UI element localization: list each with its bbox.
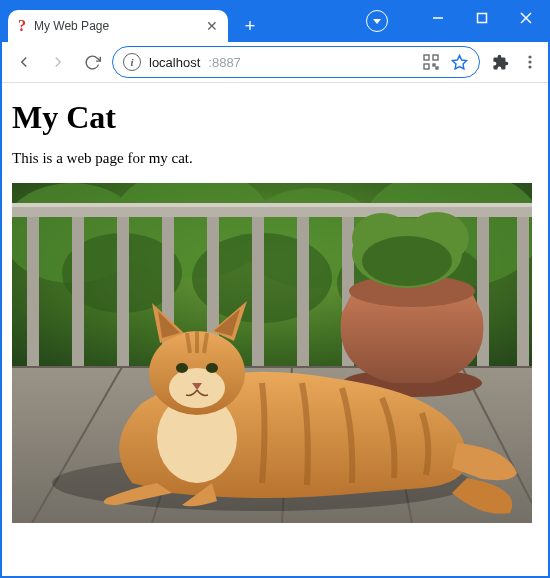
svg-rect-22	[12, 203, 532, 207]
svg-point-11	[528, 60, 531, 63]
svg-rect-6	[424, 64, 429, 69]
browser-window: ? My Web Page ✕ + i	[0, 0, 550, 578]
svg-rect-7	[433, 64, 435, 66]
cat-photo	[12, 183, 532, 523]
svg-marker-9	[452, 55, 466, 68]
maximize-button[interactable]	[460, 2, 504, 34]
page-content: My Cat This is a web page for my cat.	[2, 83, 548, 576]
url-host: localhost	[149, 55, 200, 70]
back-button[interactable]	[10, 48, 38, 76]
svg-rect-4	[424, 55, 429, 60]
reload-button[interactable]	[78, 48, 106, 76]
window-controls	[416, 2, 548, 34]
page-paragraph: This is a web page for my cat.	[12, 150, 538, 167]
svg-rect-5	[433, 55, 438, 60]
close-tab-icon[interactable]: ✕	[206, 18, 218, 34]
tab-title: My Web Page	[34, 19, 198, 33]
svg-rect-8	[436, 67, 438, 69]
minimize-button[interactable]	[416, 2, 460, 34]
toolbar-right	[486, 52, 540, 72]
svg-rect-28	[252, 217, 264, 367]
svg-point-51	[206, 363, 218, 373]
svg-point-12	[528, 65, 531, 68]
address-bar[interactable]: i localhost:8887	[112, 46, 480, 78]
svg-rect-23	[27, 217, 39, 367]
page-heading: My Cat	[12, 99, 538, 136]
browser-tab[interactable]: ? My Web Page ✕	[8, 10, 228, 42]
extensions-icon[interactable]	[490, 52, 510, 72]
forward-button[interactable]	[44, 48, 72, 76]
url-port: :8887	[208, 55, 241, 70]
favicon-icon: ?	[18, 18, 26, 34]
menu-icon[interactable]	[520, 52, 540, 72]
bookmark-star-icon[interactable]	[449, 52, 469, 72]
svg-point-10	[528, 55, 531, 58]
svg-point-50	[176, 363, 188, 373]
toolbar: i localhost:8887	[2, 42, 548, 83]
svg-rect-32	[517, 217, 529, 367]
svg-rect-24	[72, 217, 84, 367]
svg-point-45	[362, 236, 452, 286]
new-tab-button[interactable]: +	[236, 12, 264, 40]
close-window-button[interactable]	[504, 2, 548, 34]
qr-icon[interactable]	[421, 52, 441, 72]
site-info-icon[interactable]: i	[123, 53, 141, 71]
titlebar: ? My Web Page ✕ +	[2, 2, 548, 42]
svg-rect-29	[297, 217, 309, 367]
tab-search-button[interactable]	[366, 10, 388, 32]
svg-rect-25	[117, 217, 129, 367]
svg-rect-1	[478, 14, 487, 23]
